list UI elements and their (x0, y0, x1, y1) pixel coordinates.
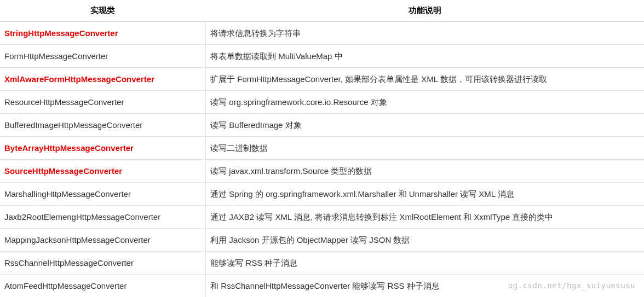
cell-impl-class: ByteArrayHttpMessageConverter (0, 137, 206, 160)
cell-description: 将请求信息转换为字符串 (206, 22, 644, 45)
cell-impl-class: AtomFeedHttpMessageConverter (0, 275, 206, 298)
table-row: AtomFeedHttpMessageConverter和 RssChannel… (0, 275, 644, 298)
table-row: Jaxb2RootElemengHttpMessageConverter通过 J… (0, 206, 644, 229)
table-row: FormHttpMessageConverter将表单数据读取到 MultiVa… (0, 45, 644, 68)
cell-description: 能够读写 RSS 种子消息 (206, 252, 644, 275)
cell-description: 读写 javax.xml.transform.Source 类型的数据 (206, 160, 644, 183)
table-row: ByteArrayHttpMessageConverter读写二进制数据 (0, 137, 644, 160)
table-row: SourceHttpMessageConverter读写 javax.xml.t… (0, 160, 644, 183)
cell-description: 读写 org.springframework.core.io.Resource … (206, 91, 644, 114)
table-header-row: 实现类 功能说明 (0, 0, 644, 22)
table-row: ResourceHttpMessageConverter读写 org.sprin… (0, 91, 644, 114)
cell-description: 将表单数据读取到 MultiValueMap 中 (206, 45, 644, 68)
cell-impl-class: Jaxb2RootElemengHttpMessageConverter (0, 206, 206, 229)
cell-impl-class: MappingJacksonHttpMessageConverter (0, 229, 206, 252)
cell-description: 读写 BufferedImage 对象 (206, 114, 644, 137)
cell-description: 读写二进制数据 (206, 137, 644, 160)
table-row: StringHttpMessageConverter将请求信息转换为字符串 (0, 22, 644, 45)
header-description: 功能说明 (206, 0, 644, 22)
cell-description: 通过 JAXB2 读写 XML 消息, 将请求消息转换到标注 XmlRootEl… (206, 206, 644, 229)
cell-impl-class: StringHttpMessageConverter (0, 22, 206, 45)
cell-impl-class: ResourceHttpMessageConverter (0, 91, 206, 114)
cell-impl-class: RssChannelHttpMessageConverter (0, 252, 206, 275)
table-row: MarshallingHttpMessageConverter通过 Spring… (0, 183, 644, 206)
cell-description: 通过 Spring 的 org.springframework.xml.Mars… (206, 183, 644, 206)
cell-impl-class: MarshallingHttpMessageConverter (0, 183, 206, 206)
table-row: BufferedImageHttpMessageConverter读写 Buff… (0, 114, 644, 137)
cell-impl-class: FormHttpMessageConverter (0, 45, 206, 68)
cell-description: 扩展于 FormHttpMessageConverter, 如果部分表单属性是 … (206, 68, 644, 91)
table-row: RssChannelHttpMessageConverter能够读写 RSS 种… (0, 252, 644, 275)
header-impl-class: 实现类 (0, 0, 206, 22)
converter-table: 实现类 功能说明 StringHttpMessageConverter将请求信息… (0, 0, 644, 297)
table-row: XmlAwareFormHttpMessageConverter扩展于 Form… (0, 68, 644, 91)
cell-description: 利用 Jackson 开源包的 ObjectMapper 读写 JSON 数据 (206, 229, 644, 252)
cell-impl-class: BufferedImageHttpMessageConverter (0, 114, 206, 137)
cell-impl-class: SourceHttpMessageConverter (0, 160, 206, 183)
cell-impl-class: XmlAwareFormHttpMessageConverter (0, 68, 206, 91)
table-container: 实现类 功能说明 StringHttpMessageConverter将请求信息… (0, 0, 644, 297)
cell-description: 和 RssChannelHttpMessageConverter 能够读写 RS… (206, 275, 644, 298)
table-row: MappingJacksonHttpMessageConverter利用 Jac… (0, 229, 644, 252)
